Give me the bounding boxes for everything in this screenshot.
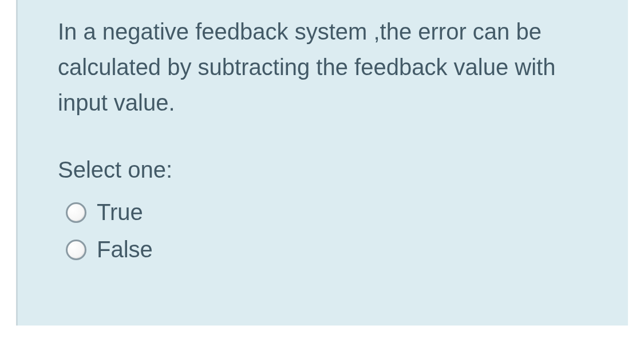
option-row-false: False: [66, 237, 588, 262]
page-container: In a negative feedback system ,the error…: [0, 0, 644, 349]
options-group: True False: [58, 199, 588, 262]
radio-false[interactable]: [66, 240, 86, 260]
select-prompt: Select one:: [58, 152, 588, 187]
radio-true[interactable]: [66, 202, 86, 223]
option-row-true: True: [66, 199, 588, 225]
option-label-true[interactable]: True: [97, 199, 143, 225]
question-panel: In a negative feedback system ,the error…: [16, 0, 628, 326]
question-text: In a negative feedback system ,the error…: [58, 14, 588, 120]
option-label-false[interactable]: False: [97, 237, 153, 262]
